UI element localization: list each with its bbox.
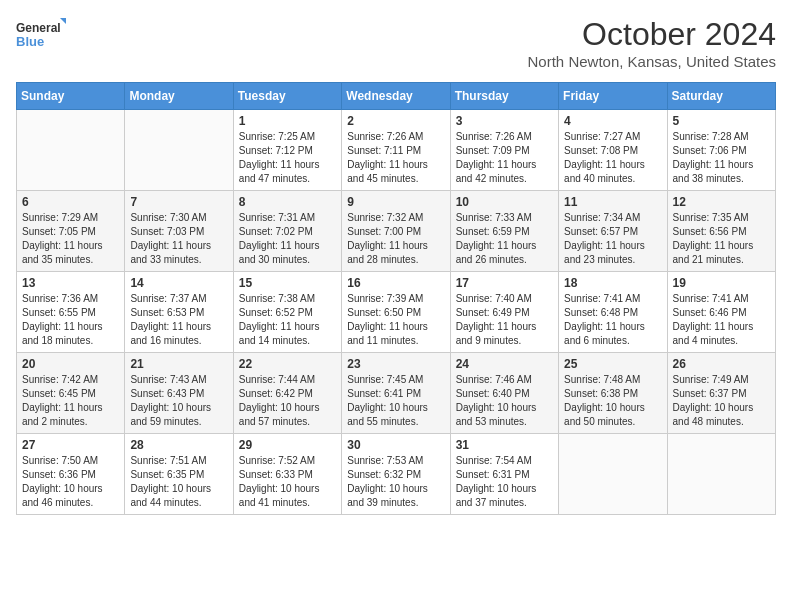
sunset-text: Sunset: 6:38 PM [564,388,638,399]
daylight-text: Daylight: 10 hours and 37 minutes. [456,483,537,508]
day-info: Sunrise: 7:25 AM Sunset: 7:12 PM Dayligh… [239,130,336,186]
day-number: 7 [130,195,227,209]
day-info: Sunrise: 7:27 AM Sunset: 7:08 PM Dayligh… [564,130,661,186]
day-info: Sunrise: 7:37 AM Sunset: 6:53 PM Dayligh… [130,292,227,348]
page-header: General Blue October 2024 North Newton, … [16,16,776,70]
day-info: Sunrise: 7:50 AM Sunset: 6:36 PM Dayligh… [22,454,119,510]
daylight-text: Daylight: 10 hours and 55 minutes. [347,402,428,427]
sunset-text: Sunset: 6:43 PM [130,388,204,399]
day-number: 23 [347,357,444,371]
table-cell: 3 Sunrise: 7:26 AM Sunset: 7:09 PM Dayli… [450,110,558,191]
header-monday: Monday [125,83,233,110]
sunset-text: Sunset: 6:37 PM [673,388,747,399]
sunset-text: Sunset: 7:05 PM [22,226,96,237]
table-cell: 10 Sunrise: 7:33 AM Sunset: 6:59 PM Dayl… [450,191,558,272]
daylight-text: Daylight: 11 hours and 45 minutes. [347,159,428,184]
sunrise-text: Sunrise: 7:45 AM [347,374,423,385]
sunrise-text: Sunrise: 7:44 AM [239,374,315,385]
table-cell: 15 Sunrise: 7:38 AM Sunset: 6:52 PM Dayl… [233,272,341,353]
table-cell: 31 Sunrise: 7:54 AM Sunset: 6:31 PM Dayl… [450,434,558,515]
day-number: 6 [22,195,119,209]
day-info: Sunrise: 7:33 AM Sunset: 6:59 PM Dayligh… [456,211,553,267]
day-number: 19 [673,276,770,290]
table-cell: 6 Sunrise: 7:29 AM Sunset: 7:05 PM Dayli… [17,191,125,272]
sunrise-text: Sunrise: 7:37 AM [130,293,206,304]
day-info: Sunrise: 7:31 AM Sunset: 7:02 PM Dayligh… [239,211,336,267]
daylight-text: Daylight: 11 hours and 26 minutes. [456,240,537,265]
sunrise-text: Sunrise: 7:27 AM [564,131,640,142]
daylight-text: Daylight: 11 hours and 18 minutes. [22,321,103,346]
calendar-table: SundayMondayTuesdayWednesdayThursdayFrid… [16,82,776,515]
day-info: Sunrise: 7:52 AM Sunset: 6:33 PM Dayligh… [239,454,336,510]
day-number: 29 [239,438,336,452]
day-info: Sunrise: 7:40 AM Sunset: 6:49 PM Dayligh… [456,292,553,348]
table-cell: 27 Sunrise: 7:50 AM Sunset: 6:36 PM Dayl… [17,434,125,515]
month-title: October 2024 [528,16,776,53]
day-number: 30 [347,438,444,452]
day-number: 21 [130,357,227,371]
day-info: Sunrise: 7:32 AM Sunset: 7:00 PM Dayligh… [347,211,444,267]
day-number: 10 [456,195,553,209]
day-info: Sunrise: 7:29 AM Sunset: 7:05 PM Dayligh… [22,211,119,267]
table-cell: 30 Sunrise: 7:53 AM Sunset: 6:32 PM Dayl… [342,434,450,515]
daylight-text: Daylight: 11 hours and 33 minutes. [130,240,211,265]
sunrise-text: Sunrise: 7:42 AM [22,374,98,385]
daylight-text: Daylight: 11 hours and 2 minutes. [22,402,103,427]
sunset-text: Sunset: 6:31 PM [456,469,530,480]
daylight-text: Daylight: 11 hours and 47 minutes. [239,159,320,184]
daylight-text: Daylight: 10 hours and 50 minutes. [564,402,645,427]
table-cell: 5 Sunrise: 7:28 AM Sunset: 7:06 PM Dayli… [667,110,775,191]
sunrise-text: Sunrise: 7:30 AM [130,212,206,223]
daylight-text: Daylight: 11 hours and 4 minutes. [673,321,754,346]
table-cell: 8 Sunrise: 7:31 AM Sunset: 7:02 PM Dayli… [233,191,341,272]
daylight-text: Daylight: 10 hours and 39 minutes. [347,483,428,508]
sunset-text: Sunset: 6:55 PM [22,307,96,318]
day-info: Sunrise: 7:51 AM Sunset: 6:35 PM Dayligh… [130,454,227,510]
day-info: Sunrise: 7:39 AM Sunset: 6:50 PM Dayligh… [347,292,444,348]
day-number: 9 [347,195,444,209]
day-number: 5 [673,114,770,128]
sunrise-text: Sunrise: 7:26 AM [456,131,532,142]
day-number: 3 [456,114,553,128]
header-sunday: Sunday [17,83,125,110]
daylight-text: Daylight: 10 hours and 59 minutes. [130,402,211,427]
table-cell: 9 Sunrise: 7:32 AM Sunset: 7:00 PM Dayli… [342,191,450,272]
header-thursday: Thursday [450,83,558,110]
table-cell [125,110,233,191]
day-number: 15 [239,276,336,290]
sunrise-text: Sunrise: 7:26 AM [347,131,423,142]
day-info: Sunrise: 7:38 AM Sunset: 6:52 PM Dayligh… [239,292,336,348]
sunset-text: Sunset: 6:52 PM [239,307,313,318]
table-cell: 7 Sunrise: 7:30 AM Sunset: 7:03 PM Dayli… [125,191,233,272]
sunrise-text: Sunrise: 7:54 AM [456,455,532,466]
daylight-text: Daylight: 10 hours and 57 minutes. [239,402,320,427]
day-info: Sunrise: 7:46 AM Sunset: 6:40 PM Dayligh… [456,373,553,429]
table-cell: 29 Sunrise: 7:52 AM Sunset: 6:33 PM Dayl… [233,434,341,515]
day-number: 22 [239,357,336,371]
daylight-text: Daylight: 11 hours and 35 minutes. [22,240,103,265]
week-row-1: 1 Sunrise: 7:25 AM Sunset: 7:12 PM Dayli… [17,110,776,191]
sunrise-text: Sunrise: 7:51 AM [130,455,206,466]
daylight-text: Daylight: 11 hours and 14 minutes. [239,321,320,346]
svg-marker-2 [60,18,66,24]
sunset-text: Sunset: 6:53 PM [130,307,204,318]
table-cell: 13 Sunrise: 7:36 AM Sunset: 6:55 PM Dayl… [17,272,125,353]
sunset-text: Sunset: 6:35 PM [130,469,204,480]
table-cell: 24 Sunrise: 7:46 AM Sunset: 6:40 PM Dayl… [450,353,558,434]
daylight-text: Daylight: 11 hours and 9 minutes. [456,321,537,346]
day-number: 24 [456,357,553,371]
sunset-text: Sunset: 7:03 PM [130,226,204,237]
sunrise-text: Sunrise: 7:41 AM [564,293,640,304]
day-number: 28 [130,438,227,452]
sunrise-text: Sunrise: 7:31 AM [239,212,315,223]
table-cell: 21 Sunrise: 7:43 AM Sunset: 6:43 PM Dayl… [125,353,233,434]
table-cell: 25 Sunrise: 7:48 AM Sunset: 6:38 PM Dayl… [559,353,667,434]
table-cell: 14 Sunrise: 7:37 AM Sunset: 6:53 PM Dayl… [125,272,233,353]
sunrise-text: Sunrise: 7:48 AM [564,374,640,385]
sunset-text: Sunset: 7:11 PM [347,145,421,156]
day-number: 18 [564,276,661,290]
sunset-text: Sunset: 7:08 PM [564,145,638,156]
sunset-text: Sunset: 6:33 PM [239,469,313,480]
sunset-text: Sunset: 7:12 PM [239,145,313,156]
table-cell: 19 Sunrise: 7:41 AM Sunset: 6:46 PM Dayl… [667,272,775,353]
